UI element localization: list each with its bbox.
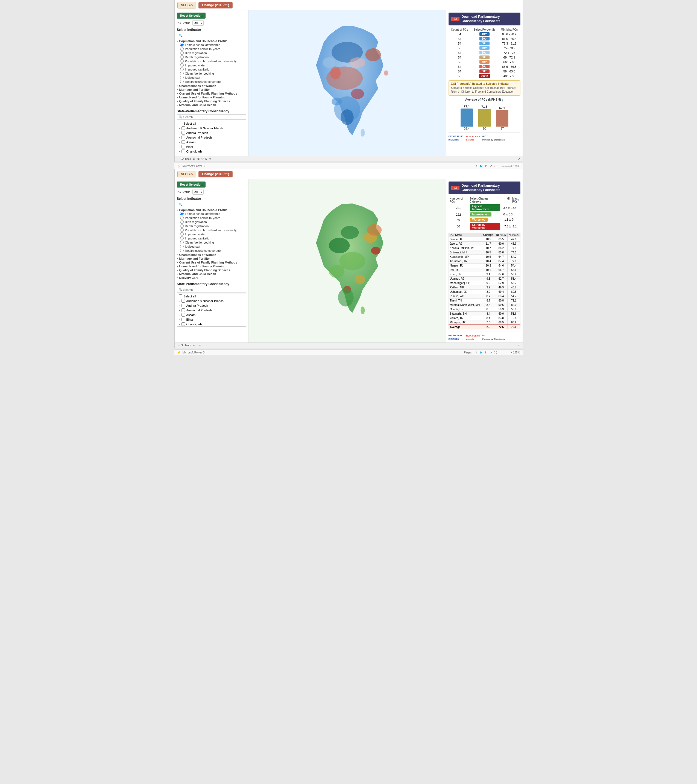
reset-btn-2[interactable]: Reset Selection: [177, 181, 206, 188]
state-assam-1[interactable]: ▸ Assam: [177, 140, 246, 144]
percentile-row[interactable]: 54 80th 63.9 - 66.8: [448, 64, 521, 69]
indicator-female-attendance-2[interactable]: Female school attendance: [177, 212, 246, 216]
group-title-mch-2[interactable]: Maternal and Child Health: [177, 272, 246, 275]
group-title-quality-1[interactable]: Quality of Family Planning Services: [177, 99, 246, 103]
data-row[interactable]: Mumbai North-West, MH 8.6 90.6 82.0: [448, 303, 520, 307]
indicator-sanitation-1[interactable]: Improved sanitation: [177, 67, 246, 71]
percentile-row[interactable]: 54 90th 59 - 63.8: [448, 69, 521, 74]
download-header-1[interactable]: PDF Download Parliamentary Constituency …: [448, 13, 521, 25]
pc-status-select-wrapper-2[interactable]: All: [193, 189, 204, 194]
group-title-delivery-2[interactable]: Delivery Care: [177, 276, 246, 279]
group-title-family-planning-1[interactable]: Current Use of Family Planning Methods: [177, 92, 246, 95]
state-assam-2[interactable]: ▸ Assam: [177, 313, 246, 317]
indicator-pop-below-1[interactable]: Population below 15 years: [177, 47, 246, 51]
go-back-btn-1[interactable]: ← Go back: [177, 158, 191, 160]
indicator-search-1[interactable]: [177, 33, 246, 38]
percentile-row[interactable]: 54 60th 69 - 72.1: [448, 55, 521, 59]
data-row[interactable]: Mirzapur, UP 7.6 68.5 60.9: [448, 320, 520, 325]
data-row[interactable]: Kheri, UP 9.4 67.6 58.2: [448, 272, 520, 277]
state-chandigarh-2[interactable]: ▸ Chandigarh: [177, 322, 246, 326]
data-row[interactable]: Bhiwandi, MH 10.5 85.0 74.5: [448, 250, 520, 255]
indicator-iodized-1[interactable]: Iodized salt: [177, 76, 246, 79]
indicator-water-2[interactable]: Improved water: [177, 232, 246, 236]
facebook-icon-1[interactable]: f: [476, 165, 477, 168]
india-map-2[interactable]: [295, 198, 399, 324]
data-row[interactable]: Udaipur, RJ 9.3 62.7 53.4: [448, 277, 520, 281]
data-row[interactable]: Purulia, WB 8.7 63.4 54.7: [448, 294, 520, 298]
download-header-2[interactable]: PDF Download Parliamentary Constituency …: [448, 181, 521, 194]
indicator-electricity-2[interactable]: Population in household with electricity: [177, 228, 246, 232]
group-title-population-2[interactable]: Population and Household Profile: [177, 208, 246, 212]
share-icon-1[interactable]: ↗: [490, 165, 492, 168]
linkedin-icon-1[interactable]: in: [485, 165, 487, 168]
state-chandigarh-1[interactable]: ▸ Chandigarh: [177, 149, 246, 154]
percentile-row[interactable]: 55 70th 66.9 - 69: [448, 59, 521, 64]
state-ap-1[interactable]: ▸ Andhra Pradesh: [177, 130, 246, 135]
indicator-water-1[interactable]: Improved water: [177, 63, 246, 67]
data-row[interactable]: Gonda, UP 8.5 59.3 50.8: [448, 307, 520, 311]
share-icon-2[interactable]: ↗: [490, 351, 492, 354]
indicator-clean-fuel-1[interactable]: Clean fuel for cooking: [177, 71, 246, 76]
state-andaman-1[interactable]: ▸ Andaman & Nicobar Islands: [177, 126, 246, 130]
expand-icon-1[interactable]: ⤢: [518, 158, 520, 160]
state-arunachal-2[interactable]: ▸ Arunachal Pradesh: [177, 308, 246, 313]
tab-nfhs5-2[interactable]: NFHS-5: [177, 171, 196, 178]
group-title-women-2[interactable]: Characteristics of Women: [177, 253, 246, 257]
pc-status-select-1[interactable]: All: [193, 20, 204, 26]
state-bihar-1[interactable]: ▸ Bihar: [177, 144, 246, 149]
state-select-all-2[interactable]: Select all: [177, 294, 246, 298]
tab-change-2[interactable]: Change (2016-21): [198, 171, 232, 178]
fullscreen-icon-1[interactable]: ⛶: [494, 165, 497, 168]
state-andaman-2[interactable]: ▸ Andaman & Nicobar Islands: [177, 298, 246, 303]
change-legend-row[interactable]: 222 Improvement 0 to 3.3: [448, 212, 521, 217]
percentile-row[interactable]: 55 100th 48.9 - 59: [448, 74, 521, 78]
data-row[interactable]: Jalore, RJ 11.7 60.0 48.3: [448, 242, 520, 246]
expand-icon-2[interactable]: ⤢: [518, 344, 520, 347]
facebook-icon-2[interactable]: f: [476, 351, 477, 354]
dropdown-arrow-1[interactable]: ∨: [209, 158, 211, 160]
pc-status-select-2[interactable]: All: [193, 189, 204, 194]
group-title-unmet-1[interactable]: Unmet Need for Family Planning: [177, 96, 246, 99]
data-row[interactable]: Sitamarhi, BH 8.4 60.0 51.6: [448, 311, 520, 316]
percentile-row[interactable]: 54 50th 72.1 - 75: [448, 50, 521, 55]
state-search-2[interactable]: [177, 287, 246, 293]
fullscreen-icon-2[interactable]: ⛶: [494, 351, 497, 354]
go-back-btn-2[interactable]: ← Go back: [177, 344, 191, 347]
indicator-sanitation-2[interactable]: Improved sanitation: [177, 236, 246, 240]
data-row[interactable]: Kaushambi, UP 10.5 64.7 54.2: [448, 255, 520, 259]
twitter-icon-2[interactable]: 🐦: [479, 351, 483, 354]
dropdown-arrow-2[interactable]: ∨: [199, 344, 201, 347]
state-arunachal-1[interactable]: ▸ Arunachal Pradesh: [177, 135, 246, 140]
indicator-pop-below-2[interactable]: Population below 15 years: [177, 216, 246, 220]
percentile-row[interactable]: 54 20th 81.6 - 85.5: [448, 36, 521, 41]
data-row[interactable]: Vellore, TN 8.4 83.8 75.4: [448, 316, 520, 320]
data-row[interactable]: Tirunelveli, TN 10.4 87.4 77.0: [448, 259, 520, 264]
indicator-birth-reg-1[interactable]: Birth registration: [177, 51, 246, 55]
group-title-quality-2[interactable]: Quality of Family Planning Services: [177, 268, 246, 272]
indicator-death-reg-1[interactable]: Death registration: [177, 55, 246, 59]
tab-nfhs5-1[interactable]: NFHS-5: [177, 2, 196, 8]
indicator-clean-fuel-2[interactable]: Clean fuel for cooking: [177, 240, 246, 244]
state-ap-2[interactable]: ▸ Andhra Pradesh: [177, 303, 246, 308]
group-title-marriage-1[interactable]: Marriage and Fertility: [177, 88, 246, 91]
change-legend-row[interactable]: 221 Highest Improvement 3.3 to 18.5: [448, 204, 521, 212]
percentile-row[interactable]: 54 10th 85.6 - 98.2: [448, 32, 521, 36]
change-legend-row[interactable]: 50 Extremely Worsened -7.8 to -1.1: [448, 222, 521, 231]
group-title-population-1[interactable]: Population and Household Profile: [177, 40, 246, 43]
indicator-birth-reg-2[interactable]: Birth registration: [177, 220, 246, 224]
data-row[interactable]: Pali, RJ 10.1 66.7 56.6: [448, 268, 520, 272]
pc-status-select-wrapper-1[interactable]: All: [193, 20, 204, 26]
indicator-electricity-1[interactable]: Population in household with electricity: [177, 59, 246, 63]
percentile-row[interactable]: 54 30th 78.3 - 81.5: [448, 41, 521, 46]
percentile-row[interactable]: 55 40th 75 - 78.2: [448, 46, 521, 50]
data-row[interactable]: Average 2.6 72.6 70.0: [448, 325, 520, 329]
reset-btn-1[interactable]: Reset Selection: [177, 13, 206, 18]
indicator-death-reg-2[interactable]: Death registration: [177, 224, 246, 228]
data-row[interactable]: Theni, TN 8.7 80.8 72.1: [448, 298, 520, 303]
tab-change-1[interactable]: Change (2016-21): [198, 2, 232, 8]
group-title-women-1[interactable]: Characteristics of Women: [177, 84, 246, 87]
change-legend-row[interactable]: 50 Worsened -1.1 to 0: [448, 217, 521, 222]
state-search-1[interactable]: [177, 114, 246, 120]
group-title-unmet-2[interactable]: Unmet Need for Family Planning: [177, 265, 246, 268]
indicator-search-2[interactable]: [177, 202, 246, 207]
